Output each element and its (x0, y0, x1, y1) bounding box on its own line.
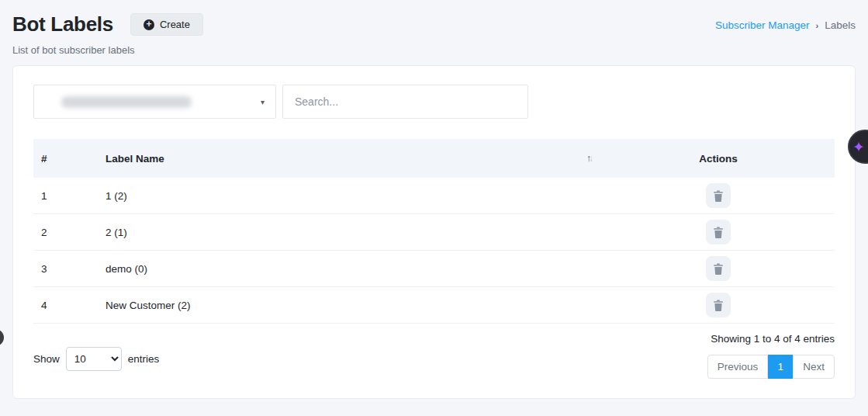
create-button-label: Create (160, 19, 190, 30)
column-header-actions: Actions (602, 153, 835, 165)
breadcrumb-separator-icon: › (816, 21, 819, 30)
next-page-button[interactable]: Next (793, 355, 835, 379)
column-header-label-text: Label Name (105, 153, 164, 165)
row-index: 4 (33, 300, 105, 311)
search-input[interactable] (282, 85, 528, 119)
delete-label-button[interactable] (706, 220, 731, 244)
row-label: New Customer (2) (105, 300, 191, 311)
bot-labels-page: Bot Labels + Create List of bot subscrib… (0, 0, 868, 416)
chevron-down-icon: ▾ (261, 98, 265, 106)
trash-icon (713, 263, 724, 275)
table-header-row: # Label Name ↑↓ Actions (33, 139, 835, 178)
page-subtitle: List of bot subscriber labels (12, 44, 203, 56)
page-title: Bot Labels (12, 12, 113, 36)
previous-page-button[interactable]: Previous (707, 355, 769, 379)
left-edge-fab-button[interactable] (0, 329, 4, 346)
pagination: Previous 1 Next (707, 355, 835, 379)
labels-table: # Label Name ↑↓ Actions 1 1 (2) 2 2 (1) (33, 139, 835, 324)
trash-icon (713, 227, 724, 238)
filters-row: ▾ (33, 85, 835, 119)
plus-circle-icon: + (144, 19, 154, 30)
trash-icon (713, 190, 724, 202)
redacted-selected-value (61, 96, 192, 108)
page-size-select[interactable]: 10 (66, 347, 122, 371)
delete-label-button[interactable] (706, 183, 731, 208)
trash-icon (713, 300, 724, 311)
card-footer: Show 10 entries Showing 1 to 4 of 4 entr… (33, 333, 835, 379)
delete-label-button[interactable] (706, 256, 731, 281)
show-label: Show (33, 353, 60, 365)
page-size-group: Show 10 entries (33, 339, 159, 379)
delete-label-button[interactable] (706, 293, 731, 317)
row-index: 1 (33, 190, 105, 202)
bot-select-dropdown[interactable]: ▾ (33, 85, 276, 119)
column-header-index: # (33, 153, 105, 165)
row-label: 1 (2) (105, 190, 127, 202)
row-label: demo (0) (105, 263, 147, 275)
showing-entries-summary: Showing 1 to 4 of 4 entries (711, 333, 835, 345)
row-label: 2 (1) (105, 227, 127, 238)
breadcrumb: Subscriber Manager › Labels (715, 19, 856, 31)
entries-label: entries (128, 353, 160, 365)
table-row: 1 1 (2) (33, 178, 835, 214)
column-header-label[interactable]: Label Name ↑↓ (105, 153, 602, 165)
table-row: 4 New Customer (2) (33, 287, 835, 324)
breadcrumb-current: Labels (825, 19, 856, 31)
sort-icon[interactable]: ↑↓ (586, 153, 591, 164)
table-body: 1 1 (2) 2 2 (1) 3 (33, 178, 835, 324)
row-index: 2 (33, 227, 105, 238)
table-row: 3 demo (0) (33, 251, 835, 287)
table-row: 2 2 (1) (33, 214, 835, 251)
sparkle-icon: ✦ (852, 138, 865, 156)
create-button[interactable]: + Create (130, 13, 203, 36)
labels-card: ▾ # Label Name ↑↓ Actions 1 1 (2) (12, 65, 856, 399)
row-index: 3 (33, 263, 105, 275)
sort-down-icon: ↓ (589, 153, 591, 164)
breadcrumb-link-subscriber-manager[interactable]: Subscriber Manager (715, 19, 810, 31)
topbar: Bot Labels + Create List of bot subscrib… (12, 0, 856, 56)
page-1-button[interactable]: 1 (768, 355, 793, 379)
